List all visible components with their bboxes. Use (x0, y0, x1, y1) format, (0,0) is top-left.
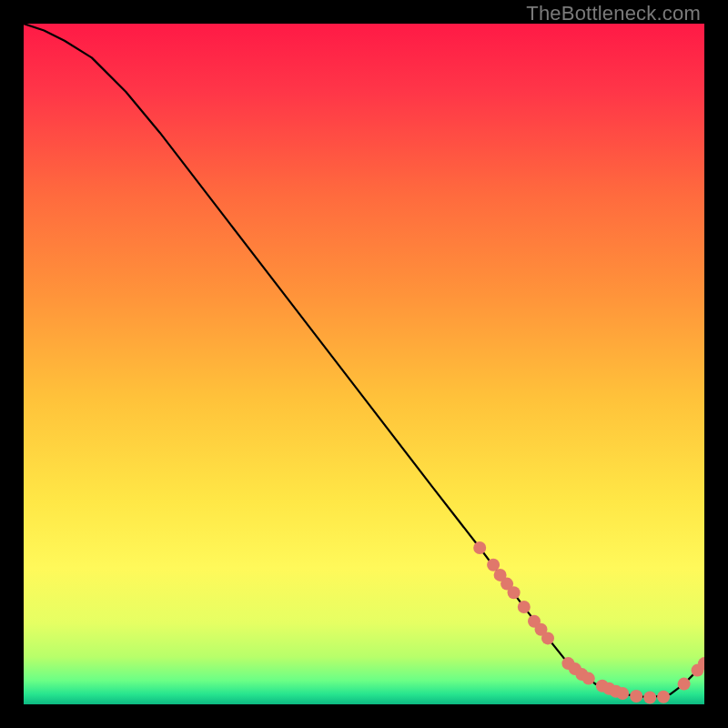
bottleneck-chart (24, 24, 704, 704)
marker-point (630, 690, 642, 703)
chart-frame (24, 24, 704, 704)
marker-point (643, 692, 656, 704)
marker-point (508, 586, 521, 599)
gradient-background (24, 24, 704, 704)
marker-point (657, 691, 670, 703)
watermark-label: TheBottleneck.com (526, 2, 701, 25)
marker-point (582, 672, 595, 685)
marker-point (616, 687, 629, 700)
marker-point (518, 601, 531, 613)
marker-point (678, 678, 691, 691)
marker-point (473, 541, 486, 554)
marker-point (541, 632, 554, 644)
